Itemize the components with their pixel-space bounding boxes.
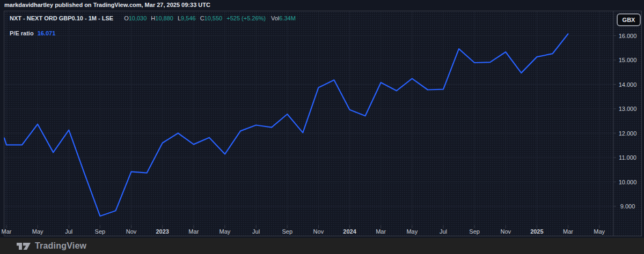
price-axis-label: 15.000 [613,56,642,64]
time-axis-label: Nov [126,228,137,235]
time-axis-label: Nov [500,228,511,235]
symbol-title: NXT - NEXT ORD GBP0.10 - 1M - LSE [10,15,113,21]
price-axis-label: 9.000 [613,203,642,210]
price-axis-label: 10.000 [613,178,642,186]
close-label: C [200,15,204,21]
symbol-legend: NXT - NEXT ORD GBP0.10 - 1M - LSEO10,030… [10,15,296,21]
time-axis-label: Mar [376,228,386,235]
volume-label: Vol [271,15,279,21]
time-axis-label: Jul [252,228,260,235]
time-axis-label: 2023 [156,228,169,235]
tradingview-snapshot: markdavidhartley published on TradingVie… [0,0,644,254]
low-value: 9,546 [181,15,196,21]
time-axis-label: Jul [65,228,72,235]
price-scale[interactable]: 16.00015.00014.00013.00012.00011.00010.0… [613,11,642,236]
high-value: 10,880 [155,15,173,21]
indicator-legend: P/E ratio16.071 [10,30,55,36]
time-axis-label: Sep [95,228,106,235]
time-axis-label: 2024 [343,228,356,235]
tradingview-logo-icon[interactable] [16,241,31,251]
close-value: 10,550 [204,15,223,21]
price-axis-label: 11.000 [613,154,642,161]
time-axis-label: Nov [313,228,324,235]
time-axis-label: May [219,228,231,235]
time-axis-label: 2025 [530,228,543,235]
time-axis-label: Mar [188,228,199,235]
publish-info: markdavidhartley published on TradingVie… [4,2,210,8]
currency-toggle-button[interactable]: GBX [617,13,641,26]
time-axis-label: May [594,228,605,235]
time-axis-label: Mar [563,228,573,235]
price-axis-label: 14.000 [613,81,642,88]
price-axis-label: 16.000 [613,32,642,40]
time-axis-label: Sep [469,228,480,235]
time-axis-label: Mar [2,228,12,235]
time-axis-label: May [32,228,43,235]
footer-bar: TradingView [0,238,644,254]
indicator-label: P/E ratio [10,30,34,36]
time-axis-label: May [406,228,418,235]
price-axis-label: 13.000 [613,105,642,113]
chart-canvas[interactable] [4,11,642,236]
indicator-value: 16.071 [38,30,56,36]
time-axis-label: Sep [282,228,292,235]
open-label: O [124,15,129,21]
tradingview-brand[interactable]: TradingView [35,241,86,251]
chart-frame: NXT - NEXT ORD GBP0.10 - 1M - LSEO10,030… [4,11,642,236]
price-axis-label: 12.000 [613,130,642,137]
time-axis[interactable]: MarMayJulSepNov2023MarMayJulSepNov2024Ma… [4,225,613,236]
time-axis-label: Jul [440,228,447,235]
volume-value: 6.34M [279,15,296,21]
change-value: +525 (+5.26%) [226,15,266,21]
open-value: 10,030 [129,15,147,21]
